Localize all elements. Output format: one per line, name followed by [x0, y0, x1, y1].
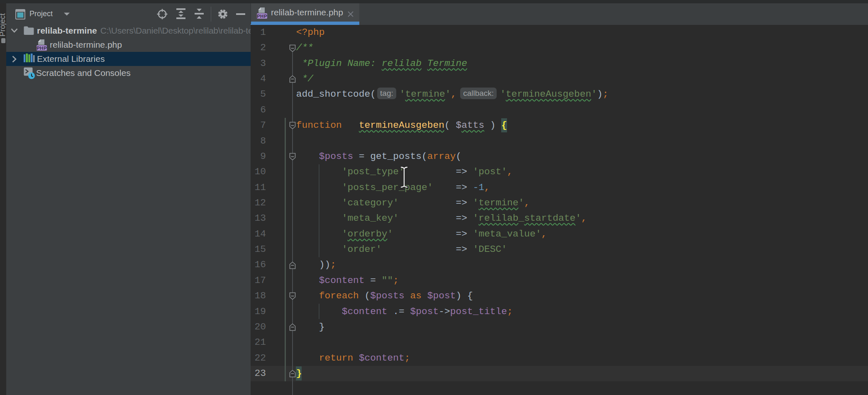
svg-text:PHP: PHP — [257, 14, 267, 19]
